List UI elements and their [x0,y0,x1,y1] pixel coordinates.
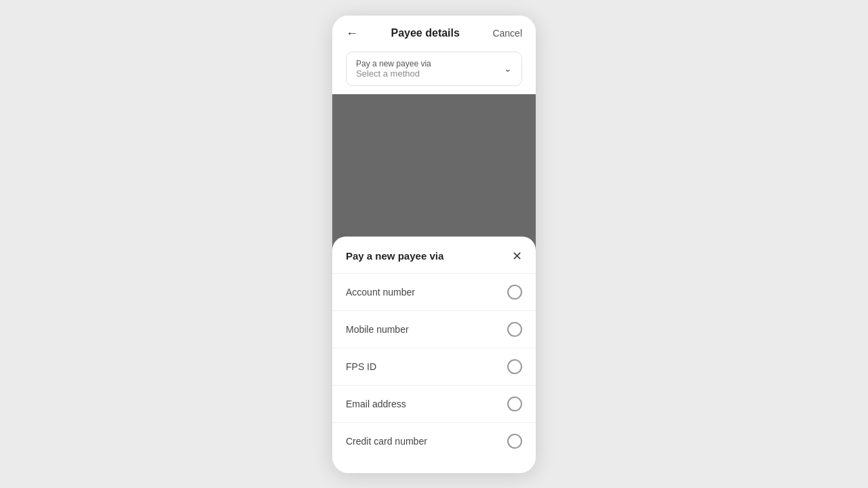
option-label: Credit card number [346,436,427,447]
back-button[interactable]: ← [346,26,358,41]
cancel-button[interactable]: Cancel [492,28,522,39]
option-fps-id[interactable]: FPS ID [332,348,536,385]
chevron-down-icon: ⌄ [504,63,512,74]
dark-overlay [332,94,536,250]
method-selector[interactable]: Pay a new payee via Select a method ⌄ [346,52,522,86]
radio-mobile-number[interactable] [507,322,522,337]
option-credit-card-number[interactable]: Credit card number [332,422,536,460]
header-row: ← Payee details Cancel [346,26,522,41]
option-account-number[interactable]: Account number [332,273,536,310]
back-icon: ← [346,26,358,41]
option-email-address[interactable]: Email address [332,385,536,422]
radio-account-number[interactable] [507,285,522,300]
sheet-title: Pay a new payee via [346,250,443,262]
method-selector-text: Pay a new payee via Select a method [356,59,431,79]
option-label: Mobile number [346,324,409,335]
header-section: ← Payee details Cancel Pay a new payee v… [332,16,536,94]
method-selector-placeholder: Select a method [356,68,431,79]
radio-email-address[interactable] [507,396,522,411]
radio-credit-card-number[interactable] [507,434,522,449]
option-mobile-number[interactable]: Mobile number [332,310,536,348]
page-title: Payee details [358,27,492,39]
bottom-sheet: Pay a new payee via ✕ Account number Mob… [332,237,536,473]
options-list: Account number Mobile number FPS ID Emai… [332,273,536,460]
phone-container: ← Payee details Cancel Pay a new payee v… [332,16,536,473]
option-label: Email address [346,399,406,409]
radio-fps-id[interactable] [507,359,522,374]
close-button[interactable]: ✕ [512,250,522,262]
sheet-header: Pay a new payee via ✕ [332,250,536,273]
option-label: FPS ID [346,361,376,372]
method-selector-label: Pay a new payee via [356,59,431,68]
option-label: Account number [346,287,415,298]
